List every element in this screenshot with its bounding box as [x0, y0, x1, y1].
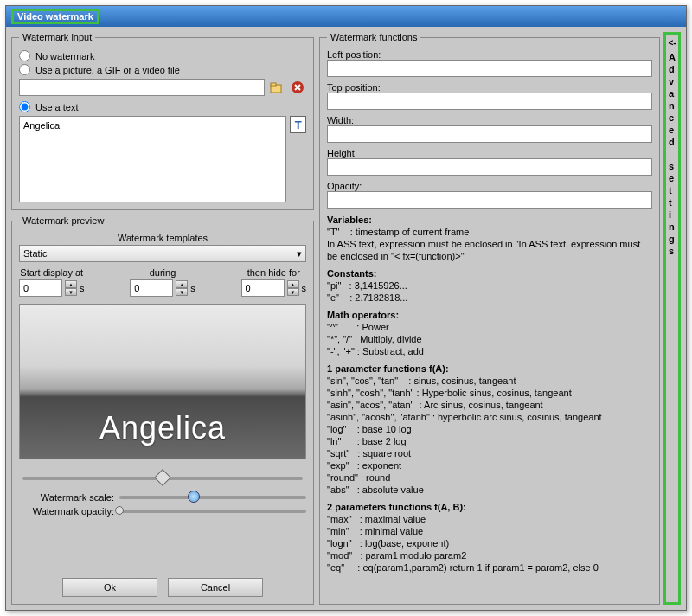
chevron-down-icon: ▾ — [297, 248, 302, 260]
ok-button[interactable]: Ok — [62, 578, 157, 597]
width-input[interactable] — [327, 125, 652, 143]
right-column: Watermark functions Left position: Top p… — [319, 32, 681, 605]
width-label: Width: — [327, 115, 652, 125]
watermark-input-legend: Watermark input — [19, 32, 95, 42]
help-text: Variables: "T" : timestamp of current fr… — [327, 214, 652, 574]
dialog-body: Watermark input No watermark Use a pictu… — [6, 27, 686, 610]
watermark-functions-group: Watermark functions Left position: Top p… — [319, 32, 660, 605]
collapse-arrow-icon: <- — [668, 38, 676, 48]
radio-no-watermark-label: No watermark — [35, 51, 94, 61]
spin-down-icon[interactable]: ▼ — [65, 288, 77, 296]
text-format-icon[interactable]: T — [290, 116, 306, 133]
start-display-label: Start display at — [20, 267, 83, 278]
radio-no-watermark-input[interactable] — [19, 50, 30, 61]
watermark-opacity-slider[interactable] — [119, 510, 306, 513]
then-hide-label: then hide for — [247, 267, 300, 278]
watermark-file-input[interactable] — [19, 79, 265, 96]
advanced-settings-label: Advanced settings — [669, 51, 676, 257]
watermark-scale-label: Watermark scale: — [19, 492, 114, 503]
unit-seconds: s — [302, 283, 307, 293]
radio-use-file-label: Use a picture, a GIF or a video file — [35, 65, 180, 75]
spin-up-icon[interactable]: ▲ — [287, 280, 299, 288]
left-position-input[interactable] — [327, 60, 652, 77]
templates-combo[interactable]: Static ▾ — [19, 245, 306, 262]
left-column: Watermark input No watermark Use a pictu… — [11, 32, 314, 605]
preview-image: Angelica — [19, 304, 306, 459]
opacity-func-input[interactable] — [327, 191, 652, 209]
spin-up-icon[interactable]: ▲ — [176, 280, 188, 288]
clear-file-icon[interactable] — [289, 79, 306, 96]
templates-combo-value: Static — [23, 248, 48, 259]
watermark-opacity-label: Watermark opacity: — [19, 506, 114, 517]
during-input[interactable] — [130, 279, 173, 297]
unit-seconds: s — [190, 283, 195, 293]
browse-file-icon[interactable] — [268, 79, 285, 96]
watermark-functions-legend: Watermark functions — [327, 32, 420, 42]
height-input[interactable] — [327, 158, 652, 176]
watermark-templates-label: Watermark templates — [19, 233, 306, 243]
watermark-preview-legend: Watermark preview — [19, 215, 107, 226]
start-display-input[interactable] — [19, 279, 62, 297]
titlebar[interactable]: Video watermark — [6, 6, 686, 27]
opacity-func-label: Opacity: — [327, 181, 652, 191]
radio-use-text[interactable]: Use a text — [19, 101, 306, 112]
cancel-button[interactable]: Cancel — [168, 578, 263, 597]
spin-down-icon[interactable]: ▼ — [176, 288, 188, 296]
svg-rect-1 — [271, 83, 276, 86]
radio-use-text-label: Use a text — [35, 102, 79, 112]
height-label: Height — [327, 148, 652, 158]
during-label: during — [150, 267, 176, 278]
watermark-input-group: Watermark input No watermark Use a pictu… — [11, 32, 314, 210]
watermark-preview-group: Watermark preview Watermark templates St… — [11, 215, 314, 605]
watermark-scale-slider[interactable] — [119, 496, 306, 499]
window-title: Video watermark — [11, 9, 99, 24]
advanced-settings-tab[interactable]: <- Advanced settings — [663, 32, 681, 605]
preview-overlay-text: Angelica — [99, 410, 226, 446]
timeline-slider[interactable] — [19, 468, 306, 489]
radio-use-file[interactable]: Use a picture, a GIF or a video file — [19, 64, 306, 75]
top-position-label: Top position: — [327, 82, 652, 93]
watermark-text-input[interactable] — [19, 116, 286, 202]
left-position-label: Left position: — [327, 49, 652, 60]
unit-seconds: s — [80, 283, 85, 293]
radio-no-watermark[interactable]: No watermark — [19, 50, 306, 61]
then-hide-input[interactable] — [241, 279, 285, 297]
spin-up-icon[interactable]: ▲ — [65, 280, 77, 288]
spin-down-icon[interactable]: ▼ — [287, 288, 299, 296]
video-watermark-dialog: Video watermark Watermark input No water… — [5, 5, 687, 611]
radio-use-text-input[interactable] — [19, 101, 30, 112]
radio-use-file-input[interactable] — [19, 64, 30, 75]
top-position-input[interactable] — [327, 93, 652, 110]
